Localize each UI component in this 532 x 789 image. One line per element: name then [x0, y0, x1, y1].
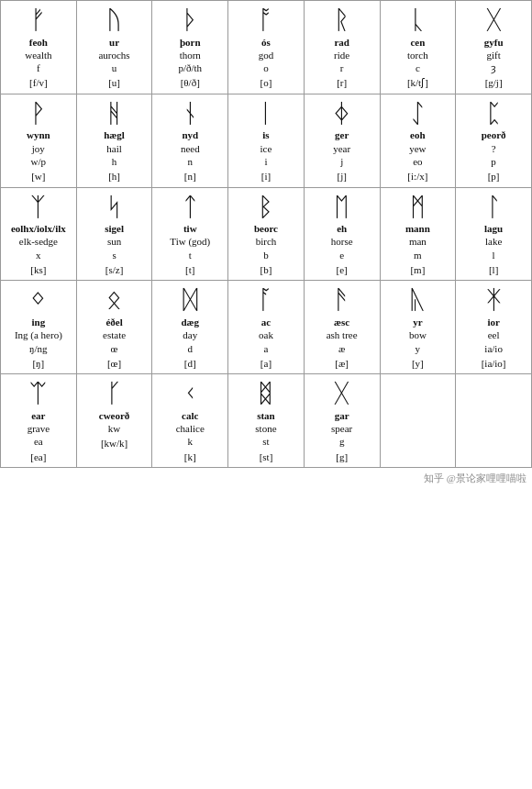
rune-name: ac — [230, 316, 302, 328]
rune-letter: w/p — [3, 155, 74, 168]
rune-phonetic: [g/j] — [458, 76, 529, 89]
rune-name: sigel — [79, 222, 150, 235]
rune-cell: ᚪacoaka[a] — [228, 281, 305, 374]
rune-cell: ᚻhæglhailh[h] — [76, 94, 152, 187]
rune-name: yr — [382, 316, 454, 328]
rune-name: stan — [230, 409, 302, 422]
rune-phonetic: [ks] — [3, 263, 74, 276]
rune-cell: ᛥstanstonest[st] — [228, 374, 305, 468]
rune-cell: ᛋsigelsuns[s/z] — [76, 187, 152, 281]
rune-symbol: ᚱ — [306, 5, 378, 36]
rune-phonetic: [i:/x] — [382, 170, 454, 183]
rune-symbol: ᚩ — [230, 5, 302, 36]
rune-symbol: ᚾ — [154, 98, 226, 129]
rune-table: ᚠfeohwealthf[f/v]ᚢuraurochsu[u]ᚦþornthor… — [0, 0, 532, 468]
rune-cell: ᚠfeohwealthf[f/v] — [1, 1, 77, 94]
rune-name: cen — [382, 36, 454, 49]
rune-letter: u — [79, 61, 150, 74]
rune-phonetic: [kw/k] — [79, 437, 150, 450]
rune-cell — [456, 374, 532, 468]
rune-symbol: ᛜ — [3, 284, 74, 316]
rune-letter: b — [230, 249, 302, 261]
rune-meaning: god — [230, 49, 302, 61]
rune-meaning: oak — [230, 328, 302, 341]
rune-cell: ᛄgeryearj[j] — [304, 94, 380, 187]
rune-meaning: aurochs — [79, 49, 150, 61]
rune-name: lagu — [458, 222, 529, 235]
rune-letter: n — [154, 155, 226, 168]
rune-meaning: lake — [458, 235, 529, 248]
rune-symbol: ᛠ — [3, 378, 74, 409]
rune-letter: p — [458, 155, 529, 168]
rune-meaning: year — [306, 142, 378, 155]
rune-cell: ᚾnydneedn[n] — [152, 94, 228, 187]
rune-symbol: ᚻ — [79, 98, 150, 129]
rune-phonetic: [e] — [306, 263, 378, 276]
rune-meaning: hail — [79, 142, 150, 155]
rune-name: ur — [79, 36, 150, 49]
rune-symbol: ᛒ — [230, 192, 302, 223]
rune-meaning: gift — [458, 49, 529, 61]
rune-phonetic: [w] — [3, 170, 74, 183]
rune-meaning: spear — [306, 422, 378, 435]
rune-symbol: ᛏ — [154, 192, 226, 223]
rune-phonetic: [ea] — [3, 450, 74, 463]
rune-name: eh — [306, 222, 378, 235]
rune-phonetic: [d] — [154, 357, 226, 370]
rune-meaning: man — [382, 235, 454, 248]
rune-meaning: estate — [79, 328, 150, 341]
rune-cell: ᛏtiwTiw (god)t[t] — [152, 187, 228, 281]
rune-phonetic: [g] — [306, 450, 378, 463]
rune-letter: ia/io — [458, 342, 529, 355]
rune-meaning: eel — [458, 328, 529, 341]
rune-name: gar — [306, 409, 378, 422]
rune-cell: ᚲcalcchalicek[k] — [152, 374, 228, 468]
rune-name: is — [230, 128, 302, 141]
rune-letter: x — [3, 249, 74, 261]
rune-letter: kw — [79, 422, 150, 435]
rune-cell: ᚣyrbowy[y] — [380, 281, 456, 374]
rune-symbol: ᚷ — [306, 378, 378, 409]
rune-phonetic: [h] — [79, 170, 150, 183]
rune-meaning: day — [154, 328, 226, 341]
rune-symbol: ᛞ — [154, 284, 226, 316]
rune-cell: ᛟéðelestateœ[œ] — [76, 281, 152, 374]
rune-meaning: ride — [306, 49, 378, 61]
rune-name: rad — [306, 36, 378, 49]
watermark: 知乎 @景论家哩哩喵啦 — [0, 468, 532, 489]
rune-symbol: ᛥ — [230, 378, 302, 409]
rune-phonetic: [k/tʃ] — [382, 76, 454, 89]
rune-cell: ᛚlagulakel[l] — [456, 187, 532, 281]
rune-symbol: ᛉ — [3, 192, 74, 223]
rune-symbol: ᚣ — [382, 284, 454, 316]
rune-symbol: ᛗ — [382, 192, 454, 223]
rune-letter: ea — [3, 435, 74, 448]
rune-name: eoh — [382, 128, 454, 141]
rune-phonetic: [s/z] — [79, 263, 150, 276]
rune-cell: ᛞdægdayd[d] — [152, 281, 228, 374]
rune-meaning: yew — [382, 142, 454, 155]
rune-letter: k — [154, 435, 226, 448]
rune-name: ger — [306, 128, 378, 141]
rune-letter: l — [458, 249, 529, 261]
rune-cell: ᚦþornthornp/ð/th[θ/ð] — [152, 1, 228, 94]
rune-letter: i — [230, 155, 302, 168]
rune-name: ear — [3, 409, 74, 422]
rune-name: tiw — [154, 222, 226, 235]
rune-letter: d — [154, 342, 226, 355]
rune-letter: t — [154, 249, 226, 261]
rune-symbol: ᛖ — [306, 192, 378, 223]
rune-symbol: ᚷ — [458, 5, 529, 36]
rune-meaning: grave — [3, 422, 74, 435]
rune-phonetic: [œ] — [79, 357, 150, 370]
rune-cell — [380, 374, 456, 468]
rune-phonetic: [θ/ð] — [154, 76, 226, 89]
rune-letter: eo — [382, 155, 454, 168]
rune-phonetic: [æ] — [306, 357, 378, 370]
rune-name: ior — [458, 316, 529, 328]
rune-cell: ᛈpeorð?p[p] — [456, 94, 532, 187]
rune-name: dæg — [154, 316, 226, 328]
rune-phonetic: [r] — [306, 76, 378, 89]
rune-meaning: wealth — [3, 49, 74, 61]
rune-phonetic: [f/v] — [3, 76, 74, 89]
